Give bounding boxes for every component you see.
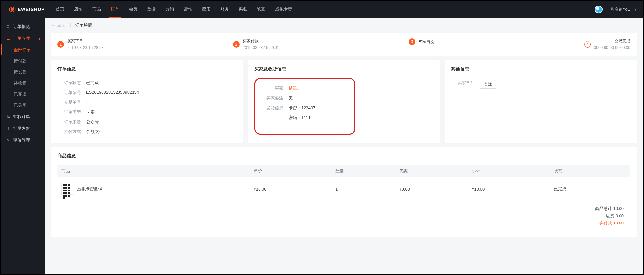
- logo-icon: [9, 6, 16, 13]
- field-label: 订单来源: [57, 119, 81, 125]
- step-dot: 2: [233, 41, 240, 48]
- nav-分销[interactable]: 分销: [164, 1, 176, 18]
- sidebar-item-订单管理[interactable]: ☰订单管理▴: [1, 33, 45, 44]
- sidebar-item-批量发货[interactable]: ⇪批量发货: [1, 123, 45, 134]
- sidebar-sub-待发货[interactable]: 待发货: [1, 67, 45, 78]
- step-title: 买家付款: [243, 38, 279, 44]
- product-name: 虚拟卡密测试: [77, 186, 102, 192]
- content: ← 返回 订单详情 1买家下单2019-03-28 15:28:582买家付款2…: [45, 18, 643, 274]
- field-value: 已完成: [86, 80, 99, 86]
- step-sub: 2019-03-28 15:29:01: [243, 45, 279, 50]
- highlighted-box: 买家惜墨。买家备注无发货信息卡密：123407密码：1111: [254, 78, 355, 135]
- step-title: 买家自提: [418, 39, 434, 45]
- order-field-交易单号: 交易单号-: [57, 98, 237, 107]
- logo[interactable]: EWEISHOP: [1, 6, 54, 13]
- total-ship: 运费 0.00: [64, 212, 624, 220]
- page-title: 订单详情: [75, 22, 92, 28]
- field-label: 支付方式: [57, 129, 81, 135]
- arrow-left-icon: ←: [51, 23, 55, 28]
- field-label: 交易单号: [57, 99, 81, 105]
- avatar: [595, 6, 603, 13]
- nav-商品[interactable]: 商品: [90, 1, 103, 18]
- user-menu[interactable]: 一号店铺Yo1 ▾: [595, 6, 636, 13]
- nav-财务[interactable]: 财务: [218, 1, 231, 18]
- nav-应用[interactable]: 应用: [200, 1, 212, 18]
- field-value: 公众号: [86, 119, 99, 125]
- nav-渠道[interactable]: 渠道: [237, 1, 249, 18]
- note-button[interactable]: 备注: [480, 80, 496, 89]
- sidebar-sub-全部订单[interactable]: 全部订单: [1, 44, 45, 55]
- sidebar-label: 订单概览: [13, 24, 30, 30]
- sidebar-icon: ⚖: [6, 115, 10, 119]
- chevron-down-icon: ▾: [635, 8, 636, 11]
- total-goods: 商品总计 10.00: [64, 205, 624, 212]
- products-title: 商品信息: [57, 153, 630, 159]
- buyer-info-panel: 买家及收货信息 买家惜墨。买家备注无发货信息卡密：123407密码：1111: [248, 60, 440, 143]
- product-qty: 1: [331, 177, 395, 201]
- steps-panel: 1买家下单2019-03-28 15:28:582买家付款2019-03-28 …: [51, 33, 637, 56]
- back-text: 返回: [57, 22, 66, 28]
- product-discount: ¥0.00: [395, 177, 468, 201]
- step-sub: 0000-00-00 00:00:00: [594, 45, 630, 50]
- sidebar-sub-待付款[interactable]: 待付款: [1, 55, 45, 67]
- order-field-订单类型: 订单类型卡密: [57, 107, 237, 117]
- product-subtotal: ¥10.00: [468, 177, 549, 201]
- buyer-field-买家备注: 买家备注无: [260, 93, 315, 103]
- step-4: 4交易完成0000-00-00 00:00:00: [584, 38, 630, 50]
- product-status: 已完成: [550, 177, 630, 201]
- col-状态: 状态: [550, 165, 630, 177]
- order-field-支付方式: 支付方式余额支付: [57, 127, 237, 137]
- col-商品: 商品: [57, 165, 250, 177]
- field-label: 订单状态: [57, 80, 81, 86]
- order-field-订单状态: 订单状态已完成: [57, 78, 237, 88]
- buyer-info-title: 买家及收货信息: [254, 66, 433, 72]
- field-value: 卡密：123407: [289, 105, 315, 111]
- total-pay: 实付款 10.00: [64, 220, 624, 227]
- sidebar-icon: ⇪: [6, 126, 10, 131]
- sidebar-label: 评价管理: [13, 137, 30, 143]
- col-小计: 小计: [468, 165, 549, 177]
- sidebar-icon: ☰: [6, 36, 10, 41]
- nav-订单[interactable]: 订单: [109, 1, 121, 18]
- seller-note-label: 卖家备注: [451, 80, 475, 89]
- table-row: 虚拟卡密测试 ¥10.00 1 ¥0.00 ¥10.00 已完成: [57, 177, 630, 201]
- field-label: 买家: [260, 85, 283, 91]
- sidebar-item-订单概览[interactable]: ⏱订单概览: [1, 21, 45, 33]
- nav-设置[interactable]: 设置: [255, 1, 267, 18]
- nav-营销[interactable]: 营销: [182, 1, 194, 18]
- field-value: 密码：1111: [289, 115, 311, 121]
- products-panel: 商品信息 商品单价数量优惠小计状态 虚拟卡密测试 ¥10: [51, 147, 637, 237]
- field-value: 惜墨。: [289, 85, 301, 91]
- other-info-title: 其他信息: [451, 66, 630, 72]
- caret-up-icon: ▴: [39, 37, 40, 40]
- col-数量: 数量: [331, 165, 395, 177]
- sidebar-sub-已关闭[interactable]: 已关闭: [1, 100, 45, 111]
- field-label: 买家备注: [260, 95, 283, 101]
- col-单价: 单价: [250, 165, 331, 177]
- sidebar-item-评价管理[interactable]: ✎评价管理: [1, 134, 45, 146]
- step-dot: 4: [584, 41, 591, 48]
- field-label: 订单编号: [57, 90, 81, 96]
- product-thumbnail: [61, 183, 73, 195]
- breadcrumb: ← 返回 订单详情: [51, 22, 637, 28]
- shop-name: 一号店铺Yo1: [606, 7, 630, 12]
- order-info-title: 订单信息: [57, 66, 237, 72]
- nav-首页[interactable]: 首页: [54, 1, 66, 18]
- step-title: 买家下单: [67, 38, 103, 44]
- order-info-panel: 订单信息 订单状态已完成订单编号ES20190328152858982154交易…: [51, 60, 243, 143]
- sidebar-item-维权订单[interactable]: ⚖维权订单: [1, 111, 45, 123]
- back-link[interactable]: ← 返回: [51, 22, 66, 28]
- sidebar-sub-已完成[interactable]: 已完成: [1, 89, 45, 100]
- nav-虚拟卡密[interactable]: 虚拟卡密: [273, 1, 294, 18]
- col-优惠: 优惠: [395, 165, 468, 177]
- nav-会员[interactable]: 会员: [127, 1, 139, 18]
- nav-店铺[interactable]: 店铺: [72, 1, 85, 18]
- step-line: [106, 42, 230, 42]
- sidebar-label: 批量发货: [13, 126, 30, 131]
- products-table: 商品单价数量优惠小计状态 虚拟卡密测试 ¥10.00 1: [57, 165, 630, 201]
- step-dot: 1: [57, 41, 64, 48]
- step-title: 交易完成: [594, 38, 630, 44]
- sidebar: ⏱订单概览☰订单管理▴全部订单待付款待发货待收货已完成已关闭⚖维权订单⇪批量发货…: [1, 18, 45, 274]
- sidebar-sub-待收货[interactable]: 待收货: [1, 78, 45, 89]
- nav-数据[interactable]: 数据: [145, 1, 158, 18]
